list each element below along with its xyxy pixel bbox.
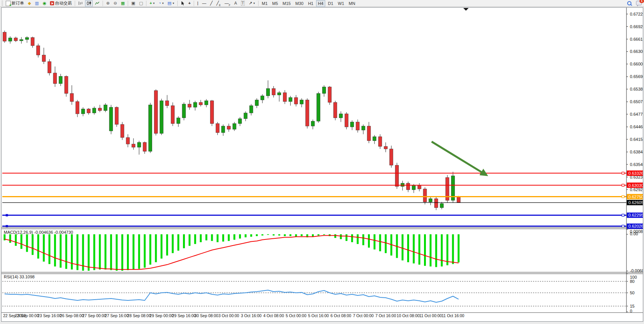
- macd-histogram-bar: [334, 234, 336, 238]
- price-axis-tick: 0.64460: [630, 124, 643, 129]
- hline-handle: [622, 214, 624, 216]
- bearish-candle: [31, 38, 34, 46]
- macd-histogram-bar: [194, 234, 196, 244]
- timeframe-m15-button[interactable]: M15: [281, 0, 292, 7]
- new-order-button[interactable]: + 新订单: [4, 0, 26, 7]
- horizontal-line-button[interactable]: —: [201, 0, 208, 7]
- horizontal-line-icon: —: [202, 1, 206, 5]
- notifications-button[interactable]: 1: [636, 1, 642, 6]
- autotrading-button[interactable]: 自动交易: [48, 0, 73, 7]
- bearish-candle: [328, 87, 331, 102]
- tile-windows-button[interactable]: ▦: [119, 0, 126, 7]
- macd-histogram-bar: [71, 234, 73, 269]
- zoom-in-button[interactable]: ⊕: [104, 0, 111, 7]
- price-axis-tick: 0.66920: [630, 24, 643, 29]
- arrange-windows-button[interactable]: ▢: [138, 0, 145, 7]
- bullish-candle: [193, 102, 197, 107]
- bar-chart-button[interactable]: [77, 0, 84, 7]
- macd-histogram-bar: [284, 234, 286, 236]
- chart-window: ▼ AUDUSD-,H4 0.62743 0.62768 0.62605 0.6…: [1, 7, 643, 322]
- timeframe-d1-button[interactable]: D1: [326, 0, 335, 7]
- new-chart-button[interactable]: + ▾: [148, 0, 156, 7]
- svg-text:0.62605: 0.62605: [628, 200, 643, 205]
- macd-histogram-bar: [233, 234, 235, 239]
- macd-histogram-bar: [273, 234, 275, 235]
- macd-histogram-bar: [368, 234, 370, 247]
- macd-histogram-bar: [211, 234, 213, 241]
- bearish-candle: [126, 137, 130, 144]
- text-label-button[interactable]: T: [239, 0, 247, 7]
- bearish-candle: [384, 147, 387, 149]
- bearish-candle: [120, 124, 124, 137]
- text-tool-button[interactable]: A: [233, 0, 238, 7]
- zoom-out-button[interactable]: ⊖: [112, 0, 119, 7]
- timeframe-m1-button[interactable]: M1: [260, 0, 270, 7]
- svg-text:0.63326: 0.63326: [628, 171, 643, 176]
- toolbar-separator: [258, 1, 259, 6]
- crosshair-button[interactable]: +: [187, 0, 192, 7]
- candlestick-chart-button[interactable]: [85, 0, 93, 7]
- chart-canvas[interactable]: 0.672250.669200.666100.663050.660000.656…: [2, 8, 643, 321]
- bearish-candle: [48, 62, 51, 73]
- macd-histogram-bar: [424, 234, 426, 266]
- bullish-candle: [261, 96, 264, 100]
- timeframe-h4-button[interactable]: H4: [316, 0, 325, 7]
- bearish-candle: [70, 93, 74, 101]
- time-axis-label: 23 Sep 16:00: [37, 313, 61, 318]
- bearish-candle: [87, 109, 90, 113]
- timeframe-w1-button[interactable]: W1: [336, 0, 346, 7]
- macd-histogram-bar: [166, 234, 168, 255]
- bearish-candle: [227, 126, 231, 129]
- price-axis-tick: 0.66610: [630, 37, 643, 41]
- toolbar-drag-handle[interactable]: [2, 1, 3, 6]
- search-icon: [627, 1, 631, 5]
- search-button[interactable]: [627, 1, 631, 6]
- macd-histogram-bar: [110, 234, 112, 270]
- bullish-candle: [300, 100, 304, 104]
- timeframe-h1-button[interactable]: H1: [306, 0, 315, 7]
- trendline-button[interactable]: ╱: [209, 0, 214, 7]
- tick-chart-button[interactable]: ◆: [26, 0, 32, 7]
- timeframe-mn-button[interactable]: MN: [347, 0, 357, 7]
- bullish-candle: [278, 93, 281, 95]
- price-axis-tick: 0.63540: [630, 162, 643, 167]
- cascade-windows-button[interactable]: ▣: [130, 0, 137, 7]
- macd-histogram-bar: [43, 234, 45, 262]
- macd-histogram-bar: [407, 234, 409, 262]
- fibonacci-button[interactable]: — F: [223, 0, 232, 7]
- bearish-candle: [334, 102, 337, 118]
- price-axis-tick: 0.64770: [630, 112, 643, 117]
- macd-histogram-bar: [161, 234, 162, 259]
- timeframe-m30-button[interactable]: M30: [293, 0, 305, 7]
- bullish-candle: [249, 106, 253, 113]
- clock-icon: ◔: [159, 1, 161, 5]
- bearish-candle: [188, 104, 191, 107]
- macd-histogram-bar: [217, 234, 218, 242]
- signals-button[interactable]: ◉: [41, 0, 48, 7]
- cursor-icon: [181, 1, 185, 6]
- new-order-label: 新订单: [11, 0, 24, 6]
- svg-text:0.63030: 0.63030: [628, 183, 643, 188]
- macd-axis-tick: 0.00: [630, 231, 638, 236]
- market-depth-button[interactable]: ▥: [33, 0, 40, 7]
- period-button[interactable]: ◔ ▾: [157, 0, 165, 7]
- bearish-candle: [378, 137, 382, 147]
- macd-histogram-bar: [21, 234, 22, 249]
- bearish-candle: [64, 76, 68, 93]
- channel-e-label: E: [219, 4, 221, 6]
- bearish-candle: [76, 102, 79, 114]
- macd-histogram-bar: [446, 234, 448, 265]
- vertical-line-button[interactable]: |: [196, 0, 200, 7]
- timeframe-m5-button[interactable]: M5: [270, 0, 280, 7]
- time-axis-label: 26 Sep 08:00: [60, 313, 84, 318]
- cursor-button[interactable]: [179, 0, 186, 7]
- macd-histogram-bar: [144, 234, 146, 268]
- macd-histogram-bar: [48, 234, 50, 264]
- equidistant-channel-button[interactable]: ╱ E: [215, 0, 222, 7]
- template-button[interactable]: ▤ ▾: [166, 0, 175, 7]
- rsi-axis-tick: 80: [630, 279, 634, 284]
- time-axis-label: 29 Sep 16:00: [172, 313, 196, 318]
- arrows-button[interactable]: ↗ ▾: [247, 0, 256, 7]
- macd-histogram-bar: [200, 234, 202, 242]
- line-chart-button[interactable]: [93, 0, 101, 7]
